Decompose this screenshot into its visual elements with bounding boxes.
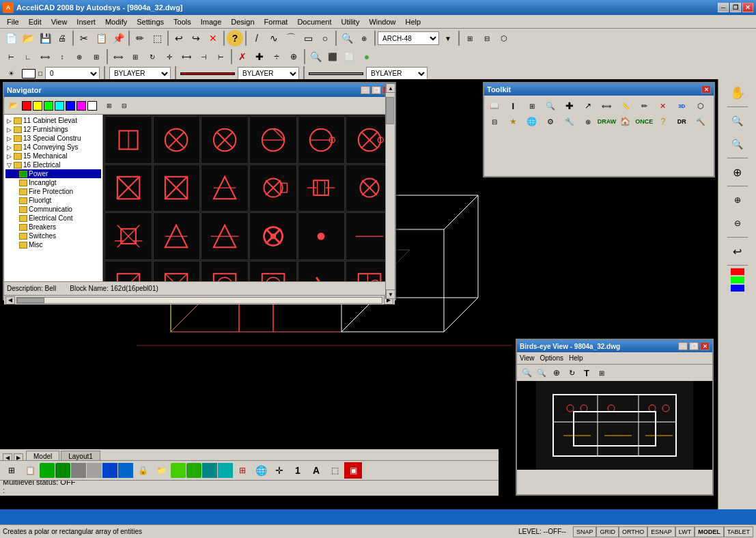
nav-restore[interactable]: ❐ (372, 86, 381, 94)
linetype3-combo[interactable]: BYLAYER (366, 67, 428, 81)
close-button[interactable]: ✕ (742, 3, 753, 12)
be-fit[interactable]: ⊕ (550, 366, 563, 380)
rt-back[interactable]: ↩ (725, 240, 750, 262)
be-print[interactable]: ⊞ (595, 366, 608, 380)
tree-item-incan[interactable]: Incanglgt (5, 178, 101, 187)
zoom-window-tool[interactable]: ⊕ (356, 30, 372, 46)
bi-blue2[interactable] (118, 463, 133, 478)
bi-gray2[interactable] (87, 463, 102, 478)
tk-zoom[interactable]: 🔍 (543, 98, 558, 113)
scroll-down[interactable]: ▼ (386, 289, 395, 299)
be-close[interactable]: ✕ (700, 342, 710, 350)
navigator-scrollbar[interactable]: ▲ ▼ (385, 83, 395, 299)
circle2-tool[interactable]: ● (359, 48, 375, 65)
menu-design[interactable]: Design (227, 16, 258, 27)
menu-edit[interactable]: Edit (25, 16, 46, 27)
rt-hand[interactable]: ✋ (725, 82, 750, 104)
block-tool[interactable]: ⬛ (324, 48, 341, 65)
color-red[interactable] (22, 101, 31, 111)
tree-item-13[interactable]: ▷ 13 Special Constru (5, 134, 101, 143)
bi-move[interactable]: ✛ (270, 462, 288, 479)
menu-document[interactable]: Document (293, 16, 335, 27)
arc-tool[interactable]: ⌒ (283, 30, 299, 46)
symbol-17[interactable] (298, 212, 346, 260)
tree-item-power[interactable]: Power (5, 169, 101, 178)
tk-tools2[interactable]: 🔧 (562, 114, 577, 129)
linetype1-combo[interactable]: BYLAYER (109, 67, 171, 81)
save-button[interactable]: 💾 (37, 30, 53, 46)
array-tool[interactable]: ⊞ (127, 48, 143, 65)
paste-button[interactable]: 📌 (110, 30, 126, 46)
stretch-tool[interactable]: ⟷ (178, 48, 195, 65)
magnify-tool[interactable]: 🔍 (307, 48, 324, 65)
menu-view[interactable]: View (47, 16, 72, 27)
tk-book[interactable]: 📖 (487, 98, 502, 113)
be-minimize[interactable]: ─ (678, 342, 688, 350)
tree-item-comm[interactable]: Communicatio (5, 205, 101, 214)
bi-blue1[interactable] (102, 463, 117, 478)
tk-a3d[interactable]: 3D (674, 98, 689, 113)
xline-tool[interactable]: ⊕ (285, 48, 302, 65)
hscroll-left[interactable]: ◀ (5, 296, 15, 305)
snap-tool[interactable]: ⊢ (3, 48, 19, 65)
tree-item-11[interactable]: ▷ 11 Cabinet Elevat (5, 116, 101, 125)
color-blue[interactable] (66, 101, 75, 111)
minimize-button[interactable]: ─ (718, 3, 729, 12)
status-model[interactable]: MODEL (695, 526, 724, 537)
tree-item-12[interactable]: ▷ 12 Furnishings (5, 125, 101, 134)
menu-settings[interactable]: Settings (132, 16, 168, 27)
rt-color-green[interactable] (731, 277, 744, 283)
copy-button[interactable]: 📋 (93, 30, 109, 46)
rt-color-blue[interactable] (731, 285, 744, 292)
dim2-tool[interactable]: ↕ (54, 48, 70, 65)
menu-window[interactable]: Window (365, 16, 400, 27)
symbol-10[interactable] (249, 165, 297, 212)
bi-1[interactable]: 1 (289, 462, 307, 479)
symbol-16[interactable] (249, 212, 297, 260)
tk-ruler[interactable]: 📏 (618, 98, 633, 113)
rect-tool[interactable]: ▭ (300, 30, 316, 46)
bi-folder[interactable]: 📁 (152, 462, 170, 479)
tk-table[interactable]: ⊞ (524, 98, 540, 113)
extend-tool[interactable]: ⊢ (212, 48, 229, 65)
symbol-22[interactable] (249, 261, 297, 281)
menu-help[interactable]: Help (402, 16, 425, 27)
restore-button[interactable]: ❐ (730, 3, 741, 12)
be-menu-options[interactable]: Options (540, 354, 563, 362)
tree-item-elec[interactable]: Electrical Cont (5, 214, 101, 223)
help-button[interactable]: ? (227, 30, 243, 46)
status-esnap[interactable]: ESNAP (647, 526, 675, 537)
color-green[interactable] (44, 101, 53, 111)
toolkit-close[interactable]: ✕ (701, 85, 711, 94)
bi-extra2[interactable]: ▣ (344, 462, 362, 479)
bi-snap[interactable]: ⊞ (3, 462, 20, 479)
tree-item-switch[interactable]: Switches (5, 231, 101, 240)
be-restore[interactable]: ❐ (689, 342, 699, 350)
tree-item-fire[interactable]: Fire Protection (5, 187, 101, 196)
tk-house[interactable]: 🏠 (618, 114, 633, 129)
tree-item-fluor[interactable]: Fluorlgt (5, 196, 101, 205)
rt-pan[interactable]: ⊕ (725, 161, 750, 183)
tk-draw[interactable]: DRAW (599, 114, 614, 129)
divide-tool[interactable]: ÷ (268, 48, 285, 65)
status-grid[interactable]: GRID (596, 526, 619, 537)
rt-color-red[interactable] (731, 268, 744, 275)
3d-tool[interactable]: ⬡ (496, 30, 512, 46)
bi-text[interactable]: A (307, 462, 325, 479)
plus-mark[interactable]: ✚ (251, 48, 268, 65)
be-text[interactable]: T (580, 366, 593, 380)
menu-insert[interactable]: Insert (72, 16, 100, 27)
symbol-15[interactable] (201, 212, 249, 260)
bi-globe[interactable]: 🌐 (252, 462, 270, 479)
be-refresh[interactable]: ↻ (565, 366, 578, 380)
hscroll-thumb[interactable] (17, 298, 44, 303)
symbol-4[interactable] (249, 116, 297, 164)
menu-image[interactable]: Image (197, 16, 226, 27)
nav-view2[interactable]: ⊟ (117, 99, 131, 113)
linetype2-combo[interactable]: BYLAYER (238, 67, 299, 81)
cross-mark[interactable]: ✗ (234, 48, 251, 65)
color-swatch[interactable] (22, 69, 36, 79)
dim3-tool[interactable]: ⊕ (71, 48, 87, 65)
cut-button[interactable]: ✂ (76, 30, 92, 46)
tk-star[interactable]: ★ (505, 114, 520, 129)
